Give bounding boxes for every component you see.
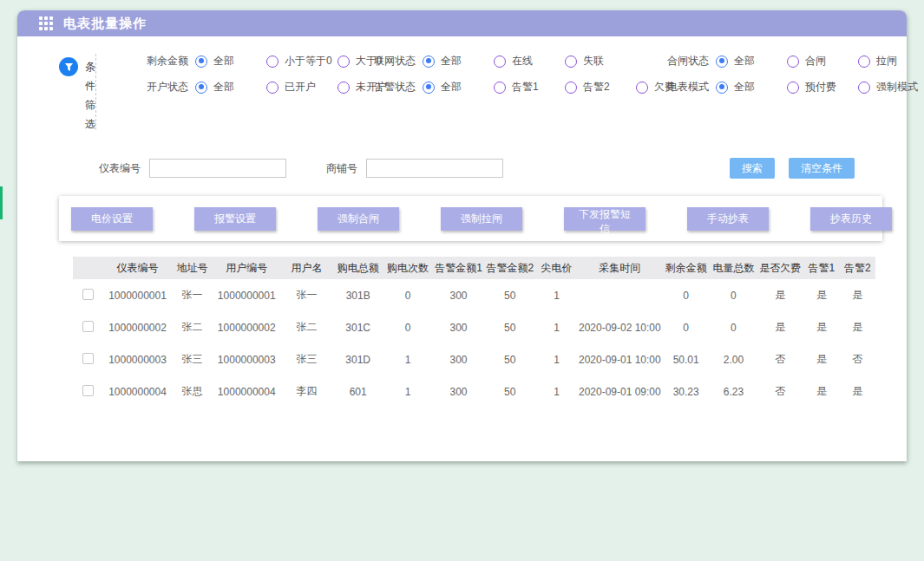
- toolbar-button[interactable]: 电价设置: [71, 207, 153, 231]
- radio-unselected-icon[interactable]: [565, 82, 577, 94]
- radio-option[interactable]: 小于等于0: [266, 54, 331, 68]
- radio-option[interactable]: 拉闸: [858, 54, 922, 68]
- radio-option-label: 告警2: [583, 80, 610, 95]
- radio-option[interactable]: 全部: [716, 80, 780, 95]
- row-checkbox[interactable]: [82, 321, 94, 332]
- table-cell: 50: [484, 279, 535, 311]
- table-cell: 0: [662, 279, 711, 311]
- table-cell: 1000000002: [213, 311, 280, 343]
- table-cell: 李四: [280, 375, 333, 408]
- toolbar-button[interactable]: 下发报警短信: [564, 207, 645, 231]
- checkbox-cell: [73, 279, 104, 311]
- column-header: 是否欠费: [757, 257, 803, 279]
- radio-unselected-icon[interactable]: [337, 55, 350, 68]
- table-cell: 50: [484, 375, 535, 408]
- row-checkbox[interactable]: [82, 385, 94, 396]
- filter-section: 条件筛选 剩余金额全部小于等于0大于0开户状态全部已开户未开户 联网状态全部在线…: [17, 36, 907, 144]
- radio-unselected-icon[interactable]: [494, 82, 506, 94]
- column-header: 告警2: [840, 257, 875, 279]
- filter-group: 电表模式全部预付费强制模式: [657, 80, 924, 95]
- radio-selected-icon[interactable]: [716, 55, 728, 68]
- radio-option[interactable]: 全部: [195, 54, 259, 68]
- radio-option[interactable]: 全部: [423, 54, 487, 68]
- radio-unselected-icon[interactable]: [565, 55, 577, 68]
- radio-option[interactable]: 强制模式: [858, 80, 922, 95]
- filter-group: 开户状态全部已开户未开户: [136, 80, 364, 95]
- toolbar-button[interactable]: 强制合闸: [318, 207, 399, 231]
- radio-unselected-icon[interactable]: [858, 82, 870, 94]
- radio-option[interactable]: 预付费: [787, 80, 851, 95]
- table-cell: 30.23: [662, 375, 711, 408]
- radio-option-label: 告警1: [512, 80, 539, 95]
- radio-unselected-icon[interactable]: [787, 82, 799, 94]
- radio-selected-icon[interactable]: [195, 82, 207, 94]
- toolbar-button[interactable]: 抄表历史: [810, 207, 892, 231]
- table-cell: 1000000004: [213, 375, 280, 408]
- radio-selected-icon[interactable]: [423, 55, 435, 68]
- shop-no-input[interactable]: [366, 159, 503, 178]
- radio-option[interactable]: 已开户: [266, 80, 331, 95]
- radio-selected-icon[interactable]: [423, 82, 435, 94]
- table-cell: 2020-09-01 09:00: [578, 375, 662, 408]
- column-header: 用户编号: [213, 257, 280, 279]
- table-cell: 601: [333, 375, 383, 408]
- filter-group-label: 剩余金额: [136, 54, 188, 68]
- radio-option-label: 预付费: [805, 80, 836, 95]
- radio-option[interactable]: 合闸: [787, 54, 851, 68]
- radio-unselected-icon[interactable]: [266, 82, 279, 94]
- table-cell: 1000000001: [104, 279, 171, 311]
- table-row: 1000000002张二1000000002张二301C03005012020-…: [73, 311, 875, 343]
- filter-group-label: 合闸状态: [657, 54, 709, 68]
- radio-unselected-icon[interactable]: [266, 55, 279, 68]
- checkbox-cell: [73, 375, 104, 408]
- radio-option[interactable]: 全部: [423, 80, 487, 95]
- main-card: 电表批量操作 条件筛选 剩余金额全部小于等于0大于0开户状态全部已开户未开户 联…: [17, 10, 907, 461]
- shop-no-label: 商铺号: [326, 161, 357, 176]
- radio-unselected-icon[interactable]: [636, 82, 648, 94]
- radio-selected-icon[interactable]: [195, 55, 207, 68]
- filter-group: 剩余金额全部小于等于0大于0: [136, 54, 364, 68]
- radio-option[interactable]: 告警2: [565, 80, 629, 95]
- table-cell: 2020-09-01 10:00: [578, 343, 662, 375]
- radio-option[interactable]: 在线: [494, 54, 558, 68]
- row-checkbox[interactable]: [82, 289, 94, 300]
- filter-group-label: 告警状态: [364, 80, 416, 95]
- table-cell: 0: [711, 311, 757, 343]
- radio-selected-icon[interactable]: [716, 82, 728, 94]
- radio-option-label: 合闸: [805, 54, 826, 68]
- clear-conditions-button[interactable]: 清空条件: [789, 158, 855, 179]
- filter-icon: [59, 57, 78, 76]
- radio-option[interactable]: 全部: [195, 80, 259, 95]
- table-cell: 张三: [171, 343, 213, 375]
- table-cell: 是: [803, 343, 839, 375]
- column-header: 地址号: [171, 257, 213, 279]
- radio-unselected-icon[interactable]: [494, 55, 506, 68]
- column-header: 采集时间: [578, 257, 662, 279]
- radio-option[interactable]: 全部: [716, 54, 780, 68]
- table-cell: 50: [484, 343, 535, 375]
- table-cell: 1: [535, 375, 577, 408]
- table-cell: 否: [840, 343, 875, 375]
- filter-group: 合闸状态全部合闸拉闸: [657, 54, 924, 68]
- radio-unselected-icon[interactable]: [858, 55, 870, 68]
- radio-option[interactable]: 告警1: [494, 80, 558, 95]
- toolbar-button[interactable]: 强制拉闸: [441, 207, 522, 231]
- radio-unselected-icon[interactable]: [337, 82, 350, 94]
- search-button[interactable]: 搜索: [730, 158, 775, 179]
- radio-unselected-icon[interactable]: [787, 55, 799, 68]
- table-cell: 300: [433, 311, 484, 343]
- grid-menu-icon: [39, 16, 53, 30]
- table-cell: 张思: [171, 375, 213, 408]
- radio-option[interactable]: 失联: [565, 54, 629, 68]
- toolbar-button[interactable]: 报警设置: [194, 207, 276, 231]
- column-header: 购电总额: [333, 257, 383, 279]
- table-cell: 1: [535, 279, 577, 311]
- table-cell: 张一: [171, 279, 213, 311]
- table-cell: 是: [840, 375, 875, 408]
- table-cell: 是: [803, 375, 839, 408]
- row-checkbox[interactable]: [82, 353, 94, 364]
- filter-group: 联网状态全部在线失联: [364, 54, 657, 68]
- table-cell: 2.00: [711, 343, 757, 375]
- toolbar-button[interactable]: 手动抄表: [687, 207, 769, 231]
- meter-no-input[interactable]: [149, 159, 286, 178]
